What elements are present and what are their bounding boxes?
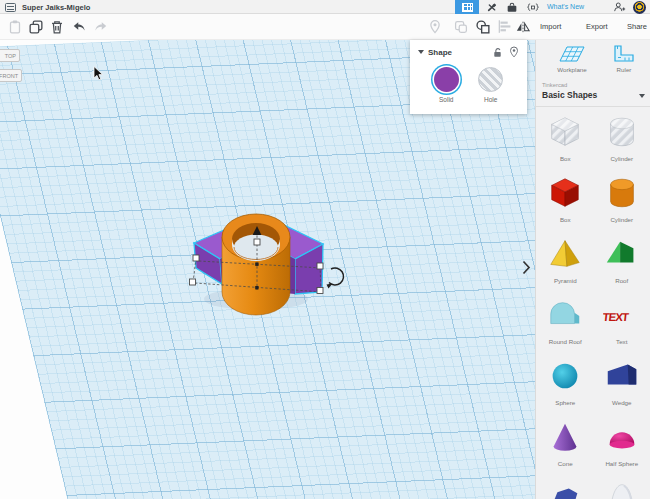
collapse-sidebar-chevron[interactable]	[522, 260, 531, 275]
whats-new-link[interactable]: What's New	[547, 3, 584, 10]
shape-tile-label: Box	[560, 155, 571, 162]
shape-tile-pyramid[interactable]: Pyramid	[537, 232, 594, 293]
collapse-caret-icon[interactable]	[418, 50, 424, 54]
scale-handle-bottom-left[interactable]	[190, 279, 196, 285]
shape-tile-label: Cylinder	[610, 216, 633, 223]
ungroup-icon[interactable]	[474, 18, 492, 36]
shape-panel-title: Shape	[428, 48, 492, 57]
briefcase-icon[interactable]	[504, 1, 520, 14]
lock-icon[interactable]	[492, 47, 503, 58]
shape-inspector-panel: Shape Solid Hole	[410, 40, 527, 114]
shape-tile-box[interactable]: Box	[537, 171, 594, 232]
share-button[interactable]: Share	[627, 22, 647, 31]
workplane-label: Workplane	[557, 66, 586, 73]
title-bar: Super Jaiks-Migelo What's New	[0, 0, 650, 14]
pin-icon[interactable]	[509, 46, 519, 58]
box-icon	[546, 174, 584, 216]
shape-tile-label: Cone	[558, 460, 573, 467]
document-title[interactable]: Super Jaiks-Migelo	[22, 3, 90, 12]
ruler-tool[interactable]: Ruler	[598, 44, 650, 73]
workplane-icon	[557, 44, 587, 64]
shape-tile-half-sphere[interactable]: Half Sphere	[594, 415, 650, 476]
top-center-handle[interactable]	[254, 239, 260, 245]
shape-tile-roof[interactable]: Roof	[594, 232, 650, 293]
add-user-icon[interactable]	[611, 1, 627, 14]
shape-tile-label: Roof	[615, 277, 628, 284]
viewcube-top[interactable]: TOP	[0, 49, 20, 62]
dropdown-caret-icon[interactable]	[639, 94, 645, 98]
shapes-sidebar: Workplane Ruler Tinkercad Basic Shapes B…	[535, 40, 650, 499]
pyramid-icon	[546, 235, 584, 277]
viewcube-front[interactable]: FRONT	[0, 69, 22, 82]
sphere-icon	[546, 357, 584, 399]
shape-tile-label: Half Sphere	[605, 460, 638, 467]
cone-icon	[546, 418, 584, 460]
roof-icon	[603, 235, 641, 277]
round-roof-icon	[546, 296, 584, 338]
shape-tile-wedge[interactable]: Wedge	[594, 354, 650, 415]
hole-swatch[interactable]: Hole	[478, 67, 503, 103]
paraboloid-icon	[603, 479, 641, 499]
box-hole-icon	[546, 113, 584, 155]
main-menu-icon[interactable]	[5, 3, 16, 12]
bottom-dot-handle	[255, 286, 258, 289]
shape-category-dropdown[interactable]: Basic Shapes	[542, 90, 597, 100]
redo-icon[interactable]	[92, 18, 110, 36]
shape-tile-label: Text	[616, 338, 627, 345]
group-icon[interactable]	[452, 18, 470, 36]
polygon-icon	[546, 479, 584, 499]
shape-tile-round-roof[interactable]: Round Roof	[537, 293, 594, 354]
shape-tile-cylinder[interactable]: Cylinder	[594, 171, 650, 232]
mouse-cursor	[93, 66, 105, 81]
scale-handle-right[interactable]	[317, 263, 323, 269]
mirror-icon[interactable]	[514, 18, 532, 36]
shape-tile-cone[interactable]: Cone	[537, 415, 594, 476]
tools-icon[interactable]	[484, 1, 500, 14]
undo-icon[interactable]	[70, 18, 88, 36]
selected-object[interactable]	[160, 195, 350, 320]
codeblocks-icon[interactable]	[523, 1, 543, 14]
shape-tile-cylinder-hole[interactable]: Cylinder	[594, 110, 650, 171]
user-avatar[interactable]	[633, 1, 646, 14]
scale-handle-left[interactable]	[193, 255, 199, 261]
wedge-icon	[603, 357, 641, 399]
paste-icon[interactable]	[6, 18, 24, 36]
shape-tile-polygon[interactable]	[537, 476, 594, 499]
text-icon: TEXT	[603, 296, 641, 338]
solid-label: Solid	[439, 96, 453, 103]
delete-icon[interactable]	[48, 18, 66, 36]
shape-tile-sphere[interactable]: Sphere	[537, 354, 594, 415]
cylinder-icon	[603, 174, 641, 216]
shape-tile-label: Round Roof	[549, 338, 582, 345]
export-button[interactable]: Export	[586, 22, 608, 31]
scale-handle-bottom-right[interactable]	[317, 288, 323, 294]
hole-label: Hole	[484, 96, 497, 103]
shape-tile-paraboloid[interactable]	[594, 476, 650, 499]
main-toolbar: Import Export Share	[0, 14, 650, 40]
workplane-tool[interactable]: Workplane	[546, 44, 598, 73]
solid-color-circle	[434, 67, 459, 92]
tinkercad-app: Super Jaiks-Migelo What's New	[0, 0, 650, 499]
import-button[interactable]: Import	[540, 22, 561, 31]
workplane-pin-icon[interactable]	[426, 18, 444, 36]
editor-3d-tab-button[interactable]	[455, 0, 479, 14]
grid-icon	[462, 3, 473, 12]
shape-tile-label: Sphere	[555, 399, 575, 406]
cylinder-hole-icon	[603, 113, 641, 155]
library-brand: Tinkercad	[542, 82, 567, 88]
shape-tile-label: Cylinder	[610, 155, 633, 162]
shape-tile-label: Pyramid	[554, 277, 577, 284]
solid-swatch[interactable]: Solid	[434, 67, 459, 103]
shape-tile-label: Box	[560, 216, 571, 223]
ruler-icon	[611, 44, 637, 64]
shape-library-grid: Box Cylinder Box Cylinder Pyramid Roof R…	[537, 110, 650, 499]
rotate-handle[interactable]	[327, 268, 344, 289]
shape-tile-text[interactable]: TEXTText	[594, 293, 650, 354]
half-sphere-icon	[603, 418, 641, 460]
sidebar-divider	[536, 106, 650, 107]
hole-pattern-circle	[478, 67, 503, 92]
align-icon[interactable]	[496, 18, 514, 36]
copy-icon[interactable]	[27, 18, 45, 36]
shape-tile-label: Wedge	[612, 399, 632, 406]
shape-tile-box-hole[interactable]: Box	[537, 110, 594, 171]
